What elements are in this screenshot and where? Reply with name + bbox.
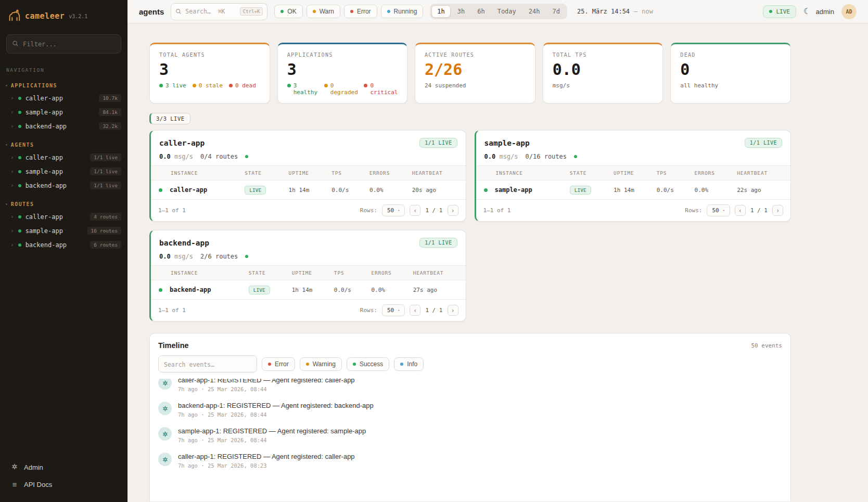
sidebar-item-caller-app[interactable]: › caller-app 4 routes bbox=[0, 210, 127, 224]
stats-row: TOTAL AGENTS 3 3 live 0 stale 0 dead APP… bbox=[149, 43, 791, 104]
sidebar-item-backend-app[interactable]: › backend-app 6 routes bbox=[0, 238, 127, 252]
timeline-controls: Error Warning Success Info bbox=[150, 355, 790, 379]
section-header-agents[interactable]: ▾ AGENTS bbox=[0, 140, 127, 150]
sidebar-item-admin[interactable]: Admin bbox=[7, 459, 120, 476]
section-title: APPLICATIONS bbox=[11, 83, 57, 88]
search-icon bbox=[175, 7, 182, 17]
health-dot bbox=[574, 155, 577, 158]
range-24h-button[interactable]: 24h bbox=[523, 5, 546, 18]
healthy-dot bbox=[287, 84, 291, 87]
avatar[interactable]: AD bbox=[841, 4, 857, 19]
item-meta: 16 routes bbox=[87, 227, 121, 235]
range-6h-button[interactable]: 6h bbox=[471, 5, 490, 18]
table-footer: 1–1 of 1 Rows: 50▾ ‹ 1 / 1 › bbox=[151, 299, 466, 321]
table-row[interactable]: caller-app LIVE 1h 14m 0.0/s 0.0% 20s ag… bbox=[151, 181, 466, 200]
filter-success-pill[interactable]: Success bbox=[347, 357, 389, 371]
next-page-button[interactable]: › bbox=[448, 305, 458, 316]
filter-warning-pill[interactable]: Warning bbox=[300, 357, 342, 371]
dead-dot bbox=[229, 84, 233, 87]
global-search-input[interactable] bbox=[185, 8, 236, 15]
events-search[interactable] bbox=[158, 355, 257, 372]
app-live-badge: 1/1 LIVE bbox=[419, 238, 457, 248]
range-1h-button[interactable]: 1h bbox=[431, 5, 450, 18]
section-header-applications[interactable]: ▾ APPLICATIONS bbox=[0, 81, 127, 91]
shortcut-badge: Ctrl+K bbox=[240, 7, 263, 16]
user-name: admin bbox=[816, 8, 834, 16]
status-dot bbox=[18, 229, 21, 233]
rows-per-page-select[interactable]: 50▾ bbox=[382, 204, 405, 216]
sidebar-item-caller-app[interactable]: › caller-app 10.7k bbox=[0, 91, 127, 105]
events-scroll-area[interactable]: caller-app-1: REGISTERED — Agent registe… bbox=[150, 379, 790, 501]
section-title: ROUTES bbox=[11, 201, 34, 207]
sidebar-item-sample-app[interactable]: › sample-app 84.1k bbox=[0, 105, 127, 119]
rows-per-page-select[interactable]: 50▾ bbox=[382, 304, 405, 316]
prev-page-button[interactable]: ‹ bbox=[735, 205, 746, 216]
filter-info-pill[interactable]: Info bbox=[394, 357, 424, 371]
filter-running-pill[interactable]: Running bbox=[381, 5, 424, 18]
filter-error-pill[interactable]: Error bbox=[344, 5, 377, 18]
sidebar-filter-input[interactable] bbox=[23, 41, 116, 48]
item-meta: 4 routes bbox=[90, 213, 121, 221]
filter-ok-pill[interactable]: OK bbox=[274, 5, 302, 18]
topbar: agents Ctrl+K OK Warn Error Running 1h 3… bbox=[127, 0, 868, 23]
sidebar-item-sample-app[interactable]: › sample-app 1/1 live bbox=[0, 164, 127, 178]
gear-icon bbox=[158, 427, 172, 441]
events-search-input[interactable] bbox=[164, 361, 251, 368]
item-meta: 1/1 live bbox=[90, 153, 121, 161]
running-dot bbox=[387, 10, 390, 13]
chevron-down-icon: ▾ bbox=[723, 209, 725, 213]
prev-page-button[interactable]: ‹ bbox=[410, 205, 420, 216]
critical-dot bbox=[364, 84, 367, 87]
filter-error-pill[interactable]: Error bbox=[262, 357, 295, 371]
live-dot bbox=[769, 10, 772, 13]
app-live-badge: 1/1 LIVE bbox=[745, 138, 782, 148]
range-7d-button[interactable]: 7d bbox=[546, 5, 565, 18]
search-icon bbox=[12, 39, 19, 49]
instances-table: INSTANCESTATEUPTIME TPSERRORSHEARTBEAT s… bbox=[476, 165, 791, 199]
chevron-right-icon: › bbox=[10, 227, 14, 234]
filter-warn-pill[interactable]: Warn bbox=[307, 5, 340, 18]
rows-per-page-select[interactable]: 50▾ bbox=[707, 204, 730, 216]
sidebar-item-sample-app[interactable]: › sample-app 16 routes bbox=[0, 224, 127, 238]
range-3h-button[interactable]: 3h bbox=[452, 5, 470, 18]
app-name: cameleer bbox=[25, 11, 65, 21]
chevron-right-icon: › bbox=[10, 168, 14, 175]
table-row[interactable]: backend-app LIVE 1h 14m 0.0/s 0.0% 27s a… bbox=[151, 280, 466, 300]
status-dot bbox=[18, 125, 21, 128]
app-name: sample-app bbox=[484, 139, 530, 147]
group-live-badge: 3/3 LIVE bbox=[149, 113, 190, 124]
app-stats: 0.0 msg/s 0/16 routes bbox=[476, 152, 791, 165]
health-dot bbox=[245, 155, 248, 158]
app-stats: 0.0 msg/s 2/6 routes bbox=[151, 252, 466, 265]
item-meta: 1/1 live bbox=[90, 168, 121, 175]
live-toggle[interactable]: LIVE bbox=[763, 5, 796, 18]
stale-dot bbox=[193, 84, 196, 87]
sidebar-item-caller-app[interactable]: › caller-app 1/1 live bbox=[0, 150, 127, 164]
range-today-button[interactable]: Today bbox=[492, 5, 522, 18]
event-item: sample-app-1: REGISTERED — Agent registe… bbox=[150, 422, 790, 448]
table-footer: 1–1 of 1 Rows: 50▾ ‹ 1 / 1 › bbox=[151, 199, 466, 221]
docs-menu-icon: ≡ bbox=[10, 480, 19, 488]
sidebar-filter[interactable] bbox=[6, 34, 121, 54]
sidebar-item-backend-app[interactable]: › backend-app 1/1 live bbox=[0, 178, 127, 192]
content-area[interactable]: TOTAL AGENTS 3 3 live 0 stale 0 dead APP… bbox=[127, 23, 868, 502]
next-page-button[interactable]: › bbox=[772, 205, 783, 216]
app-version: v3.2.1 bbox=[69, 14, 87, 19]
page-info: 1 / 1 bbox=[750, 207, 768, 214]
instances-table: INSTANCESTATEUPTIME TPSERRORSHEARTBEAT c… bbox=[151, 165, 466, 199]
next-page-button[interactable]: › bbox=[448, 205, 458, 216]
sidebar-item-api-docs[interactable]: ≡ API Docs bbox=[7, 476, 120, 493]
sidebar-item-backend-app[interactable]: › backend-app 32.2k bbox=[0, 119, 127, 133]
state-badge: LIVE bbox=[245, 186, 266, 195]
row-range: 1–1 of 1 bbox=[158, 207, 186, 214]
prev-page-button[interactable]: ‹ bbox=[410, 305, 420, 316]
global-search[interactable]: Ctrl+K bbox=[171, 3, 267, 20]
dark-mode-toggle-icon[interactable]: ☾ bbox=[803, 7, 809, 16]
item-meta: 84.1k bbox=[99, 108, 121, 116]
table-row[interactable]: sample-app LIVE 1h 14m 0.0/s 0.0% 22s ag… bbox=[476, 181, 791, 200]
page-title: agents bbox=[139, 7, 164, 16]
degraded-dot bbox=[324, 84, 328, 87]
section-header-routes[interactable]: ▾ ROUTES bbox=[0, 200, 127, 210]
date-range: 25. März 14:54 — now bbox=[574, 8, 656, 15]
sidebar: cameleer v3.2.1 NAVIGATION ▾ APPLICATION… bbox=[0, 0, 127, 502]
